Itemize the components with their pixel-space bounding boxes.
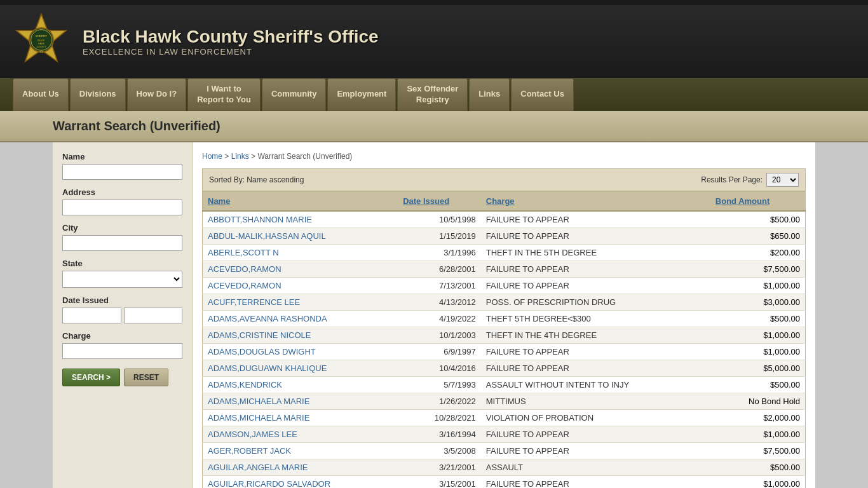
name-link[interactable]: ACEVEDO,RAMON	[208, 281, 281, 290]
cell-charge: FAILURE TO APPEAR	[481, 227, 710, 244]
site-header: SHERIFF BLACK HAWK COUNTY 7-1 Black Hawk…	[0, 5, 868, 78]
date-issued-from[interactable]	[62, 308, 121, 323]
site-subtitle: EXCELLENCE IN LAW ENFORCEMENT	[83, 47, 379, 57]
name-link[interactable]: ABERLE,SCOTT N	[208, 248, 279, 257]
table-row: ABDUL-MALIK,HASSAN AQUIL 1/15/2019 FAILU…	[203, 227, 806, 244]
name-link[interactable]: ADAMS,DOUGLAS DWIGHT	[208, 347, 316, 356]
table-row: ACEVEDO,RAMON 7/13/2001 FAILURE TO APPEA…	[203, 277, 806, 294]
nav-report-to-you[interactable]: I Want to Report to You	[187, 78, 261, 111]
col-bond: Bond Amount	[710, 191, 806, 211]
svg-text:COUNTY: COUNTY	[37, 46, 46, 48]
cell-bond: $1,000.00	[710, 327, 806, 343]
cell-date: 5/7/1993	[398, 376, 481, 393]
name-link[interactable]: ADAMS,MICHAELA MARIE	[208, 413, 309, 423]
col-date-link[interactable]: Date Issued	[403, 196, 449, 206]
nav-divisions[interactable]: Divisions	[70, 78, 126, 111]
nav-about-us[interactable]: About Us	[13, 78, 69, 111]
cell-date: 10/4/2016	[398, 360, 481, 376]
cell-charge: FAILURE TO APPEAR	[481, 261, 710, 277]
cell-name: ADAMS,AVEANNA RASHONDA	[203, 310, 398, 327]
site-name: Black Hawk County Sheriff's Office	[83, 27, 379, 47]
table-row: ADAMS,CRISTINE NICOLE 10/1/2003 THEFT IN…	[203, 327, 806, 343]
cell-name: ADAMS,MICHAELA MARIE	[203, 393, 398, 409]
city-label: City	[62, 223, 182, 233]
table-row: ACUFF,TERRENCE LEE 4/13/2012 POSS. OF PR…	[203, 294, 806, 310]
name-link[interactable]: ABDUL-MALIK,HASSAN AQUIL	[208, 231, 326, 241]
date-issued-label: Date Issued	[62, 295, 182, 305]
cell-bond: $650.00	[710, 227, 806, 244]
cell-name: ADAMS,MICHAELA MARIE	[203, 409, 398, 426]
cell-name: ACUFF,TERRENCE LEE	[203, 294, 398, 310]
cell-charge: FAILURE TO APPEAR	[481, 277, 710, 294]
nav-employment[interactable]: Employment	[327, 78, 396, 111]
date-issued-to[interactable]	[124, 308, 183, 323]
cell-date: 10/28/2021	[398, 409, 481, 426]
cell-charge: ASSAULT	[481, 459, 710, 475]
cell-charge: THEFT 5TH DEGREE<$300	[481, 310, 710, 327]
table-row: ADAMS,MICHAELA MARIE 1/26/2022 MITTIMUS …	[203, 393, 806, 409]
search-button[interactable]: SEARCH >	[62, 369, 120, 386]
breadcrumb-links[interactable]: Links	[231, 152, 249, 161]
col-name-link[interactable]: Name	[208, 196, 230, 206]
name-link[interactable]: ADAMS,KENDRICK	[208, 380, 282, 390]
city-input[interactable]	[62, 235, 182, 251]
nav-contact-us[interactable]: Contact Us	[511, 78, 574, 111]
cell-name: ADAMS,KENDRICK	[203, 376, 398, 393]
name-link[interactable]: ADAMS,CRISTINE NICOLE	[208, 330, 311, 340]
name-link[interactable]: ACUFF,TERRENCE LEE	[208, 297, 300, 307]
cell-name: ADAMS,DOUGLAS DWIGHT	[203, 343, 398, 360]
main-body: Name Address City State IA IL Date Issue…	[53, 142, 815, 488]
name-link[interactable]: ACEVEDO,RAMON	[208, 264, 281, 274]
name-link[interactable]: ADAMSON,JAMES LEE	[208, 430, 297, 439]
nav-community[interactable]: Community	[262, 78, 327, 111]
table-row: ADAMS,DUGUAWN KHALIQUE 10/4/2016 FAILURE…	[203, 360, 806, 376]
nav-links[interactable]: Links	[469, 78, 510, 111]
cell-bond: No Bond Hold	[710, 393, 806, 409]
charge-input[interactable]	[62, 343, 182, 359]
cell-charge: FAILURE TO APPEAR	[481, 211, 710, 228]
cell-date: 4/19/2022	[398, 310, 481, 327]
page-title: Warrant Search (Unverified)	[53, 119, 815, 133]
cell-charge: FAILURE TO APPEAR	[481, 360, 710, 376]
nav-items: About Us Divisions How Do I? I Want to R…	[13, 78, 574, 111]
table-row: AGUILAR,ANGELA MARIE 3/21/2001 ASSAULT $…	[203, 459, 806, 475]
table-row: AGER,ROBERT JACK 3/5/2008 FAILURE TO APP…	[203, 442, 806, 459]
cell-date: 3/1/1996	[398, 244, 481, 261]
table-row: ABERLE,SCOTT N 3/1/1996 THEFT IN THE 5TH…	[203, 244, 806, 261]
cell-bond: $500.00	[710, 459, 806, 475]
name-input[interactable]	[62, 164, 182, 180]
name-link[interactable]: AGUILAR,RICARDO SALVADOR	[208, 479, 330, 488]
results-per-page-select[interactable]: 10 20 50 100	[766, 173, 799, 187]
results-per-page-label: Results Per Page:	[701, 175, 763, 184]
col-bond-link[interactable]: Bond Amount	[715, 196, 770, 206]
name-link[interactable]: AGER,ROBERT JACK	[208, 446, 291, 456]
cell-name: ADAMS,CRISTINE NICOLE	[203, 327, 398, 343]
breadcrumb-home[interactable]: Home	[202, 152, 222, 161]
name-link[interactable]: ADAMS,MICHAELA MARIE	[208, 396, 309, 406]
address-input[interactable]	[62, 200, 182, 215]
name-link[interactable]: AGUILAR,ANGELA MARIE	[208, 463, 308, 472]
name-link[interactable]: ADAMS,DUGUAWN KHALIQUE	[208, 363, 327, 373]
breadcrumb-sep1: >	[224, 152, 231, 161]
cell-bond: $500.00	[710, 376, 806, 393]
main-content: Home > Links > Warrant Search (Unverifie…	[193, 142, 815, 488]
svg-text:SHERIFF: SHERIFF	[36, 34, 48, 37]
table-row: ADAMS,MICHAELA MARIE 10/28/2021 VIOLATIO…	[203, 409, 806, 426]
table-row: ACEVEDO,RAMON 6/28/2001 FAILURE TO APPEA…	[203, 261, 806, 277]
site-title: Black Hawk County Sheriff's Office EXCEL…	[83, 27, 379, 57]
cell-bond: $200.00	[710, 244, 806, 261]
state-select[interactable]: IA IL	[62, 271, 182, 288]
svg-text:HAWK: HAWK	[38, 43, 45, 45]
reset-button[interactable]: RESET	[124, 369, 168, 386]
cell-bond: $5,000.00	[710, 360, 806, 376]
cell-charge: ASSAULT WITHOUT INTENT TO INJY	[481, 376, 710, 393]
nav-how-do-i[interactable]: How Do I?	[127, 78, 187, 111]
cell-name: ABERLE,SCOTT N	[203, 244, 398, 261]
cell-date: 4/13/2012	[398, 294, 481, 310]
nav-sex-offender[interactable]: Sex Offender Registry	[397, 78, 468, 111]
name-link[interactable]: ABBOTT,SHANNON MARIE	[208, 215, 312, 224]
cell-date: 7/13/2001	[398, 277, 481, 294]
state-label: State	[62, 259, 182, 268]
col-charge-link[interactable]: Charge	[486, 196, 515, 206]
name-link[interactable]: ADAMS,AVEANNA RASHONDA	[208, 314, 327, 323]
